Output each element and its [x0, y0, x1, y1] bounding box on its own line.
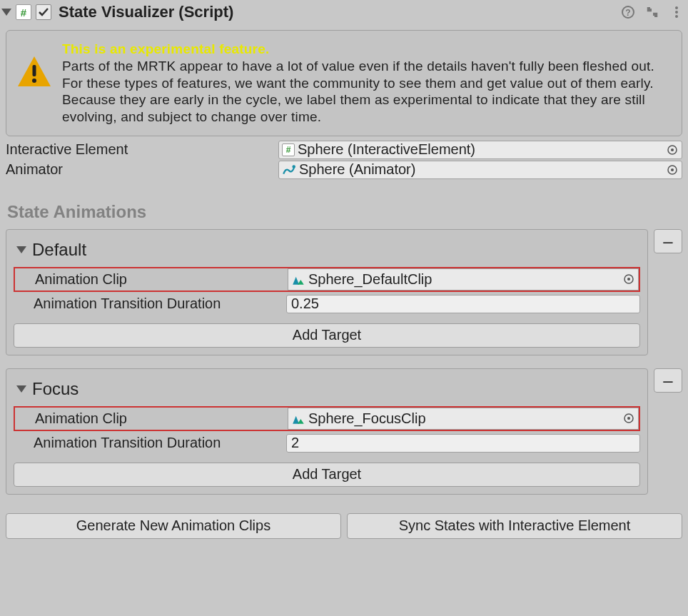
- animation-clip-row-default: Animation Clip Sphere_DefaultClip: [14, 267, 640, 292]
- svg-point-8: [675, 15, 678, 18]
- context-menu-icon[interactable]: [669, 5, 684, 19]
- state-title-row[interactable]: Focus: [16, 379, 640, 399]
- svg-point-10: [32, 79, 36, 83]
- warning-body: Parts of the MRTK appear to have a lot o…: [62, 59, 654, 124]
- remove-state-button-default[interactable]: –: [654, 229, 682, 253]
- warning-text: This is an experimental feature. Parts o…: [62, 41, 669, 126]
- animation-clip-label: Animation Clip: [15, 268, 288, 291]
- presets-icon[interactable]: [645, 5, 659, 19]
- clip-icon: [291, 272, 305, 286]
- warning-title: This is an experimental feature.: [62, 41, 269, 56]
- transition-duration-row-default: Animation Transition Duration 0.25: [14, 295, 640, 313]
- transition-duration-row-focus: Animation Transition Duration 2: [14, 434, 640, 453]
- interactive-element-row: Interactive Element # Sphere (Interactiv…: [6, 141, 682, 159]
- foldout-icon[interactable]: [16, 246, 26, 253]
- animation-clip-label: Animation Clip: [15, 408, 288, 430]
- svg-point-23: [627, 417, 630, 420]
- animation-clip-value: Sphere_DefaultClip: [308, 271, 622, 288]
- svg-point-19: [627, 278, 630, 281]
- state-row-focus: Focus Animation Clip Sphere_FocusClip An…: [6, 368, 682, 495]
- animator-row: Animator Sphere (Animator): [6, 161, 682, 179]
- enable-checkbox[interactable]: [36, 4, 51, 20]
- script-icon: #: [16, 4, 31, 20]
- foldout-icon[interactable]: [16, 385, 26, 393]
- svg-text:?: ?: [625, 8, 630, 18]
- svg-point-6: [675, 6, 678, 9]
- help-icon[interactable]: ?: [621, 5, 635, 19]
- component-title: State Visualizer (Script): [59, 3, 617, 21]
- transition-duration-field-default[interactable]: 0.25: [286, 295, 640, 313]
- object-picker-icon[interactable]: [622, 412, 635, 425]
- interactive-element-value: Sphere (InteractiveElement): [298, 141, 666, 158]
- state-box-focus: Focus Animation Clip Sphere_FocusClip An…: [6, 368, 648, 495]
- svg-rect-9: [33, 65, 36, 76]
- svg-marker-20: [293, 416, 299, 424]
- svg-point-13: [292, 165, 295, 168]
- state-animations-heading: State Animations: [7, 202, 682, 222]
- remove-state-button-focus[interactable]: –: [654, 368, 682, 393]
- animation-clip-value: Sphere_FocusClip: [308, 410, 622, 427]
- add-target-button-focus[interactable]: Add Target: [14, 463, 640, 487]
- svg-marker-21: [298, 419, 304, 424]
- transition-duration-label: Animation Transition Duration: [14, 296, 286, 312]
- svg-point-7: [675, 11, 678, 14]
- add-target-button-default[interactable]: Add Target: [14, 323, 640, 348]
- animation-clip-field-focus[interactable]: Sphere_FocusClip: [288, 408, 639, 430]
- object-picker-icon[interactable]: [666, 143, 679, 156]
- animation-clip-field-default[interactable]: Sphere_DefaultClip: [288, 268, 639, 291]
- component-header: # State Visualizer (Script) ?: [0, 0, 688, 24]
- foldout-icon[interactable]: [1, 9, 11, 16]
- generate-clips-button[interactable]: Generate New Animation Clips: [6, 513, 341, 539]
- bottom-buttons: Generate New Animation Clips Sync States…: [6, 513, 682, 539]
- transition-duration-label: Animation Transition Duration: [14, 435, 286, 451]
- animator-field[interactable]: Sphere (Animator): [278, 161, 682, 179]
- svg-marker-16: [293, 277, 299, 285]
- state-title: Focus: [32, 379, 79, 399]
- animation-clip-row-focus: Animation Clip Sphere_FocusClip: [14, 406, 640, 431]
- experimental-warning-box: This is an experimental feature. Parts o…: [6, 30, 682, 136]
- svg-point-12: [671, 148, 674, 151]
- state-row-default: Default Animation Clip Sphere_DefaultCli…: [6, 229, 682, 355]
- sync-states-button[interactable]: Sync States with Interactive Element: [347, 513, 682, 539]
- state-title-row[interactable]: Default: [16, 240, 640, 260]
- state-box-default: Default Animation Clip Sphere_DefaultCli…: [6, 229, 648, 355]
- animator-icon: [282, 163, 296, 177]
- clip-icon: [291, 411, 305, 425]
- svg-point-15: [671, 168, 674, 171]
- interactive-element-field[interactable]: # Sphere (InteractiveElement): [278, 141, 682, 159]
- state-title: Default: [32, 240, 86, 260]
- animator-value: Sphere (Animator): [299, 161, 666, 178]
- transition-duration-field-focus[interactable]: 2: [286, 434, 640, 453]
- interactive-element-label: Interactive Element: [6, 141, 278, 158]
- svg-marker-17: [298, 280, 304, 285]
- warning-icon: [16, 55, 52, 88]
- animator-label: Animator: [6, 161, 278, 178]
- object-picker-icon[interactable]: [622, 273, 635, 286]
- object-picker-icon[interactable]: [666, 163, 679, 176]
